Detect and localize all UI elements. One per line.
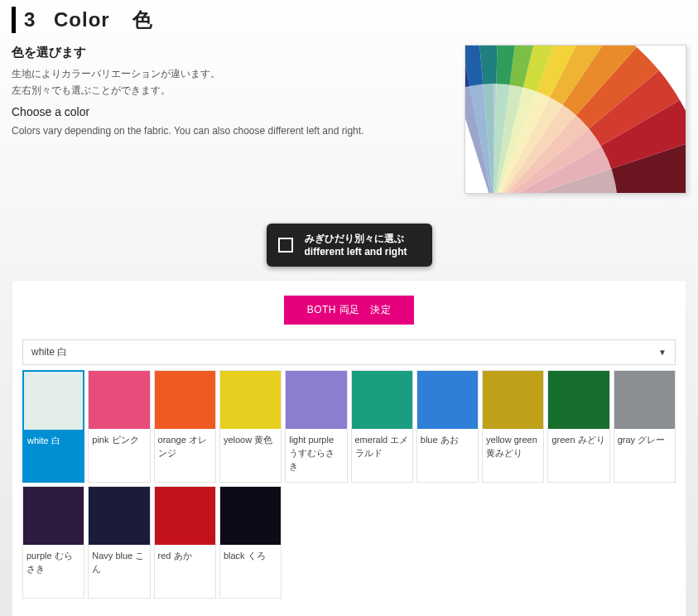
color-swatch[interactable]: emerald エメラルド xyxy=(351,370,413,483)
section-title-en: Color xyxy=(54,8,110,31)
swatch-label: purple むらさき xyxy=(23,545,84,580)
color-swatch[interactable]: white 白 xyxy=(22,370,84,483)
swatch-chip xyxy=(23,487,84,545)
color-swatch[interactable]: yeloow 黄色 xyxy=(219,370,282,483)
section-title: 3 Color 色 xyxy=(12,7,153,33)
color-swatch[interactable]: red あか xyxy=(154,486,216,599)
color-swatch[interactable]: blue あお xyxy=(416,370,479,483)
swatch-label: orange オレンジ xyxy=(155,429,215,464)
info-line2-jp: 左右別々でも選ぶことができます。 xyxy=(12,82,465,99)
swatch-label: light purple うすむらさき xyxy=(286,429,346,477)
swatch-label: red あか xyxy=(155,545,215,566)
color-swatch[interactable]: green みどり xyxy=(547,370,609,483)
swatch-label: yeloow 黄色 xyxy=(220,429,281,450)
swatch-chip xyxy=(220,487,281,545)
swatch-label: white 白 xyxy=(24,430,83,451)
color-swatch[interactable]: yellow green 黄みどり xyxy=(482,370,544,483)
swatch-chip xyxy=(155,487,215,545)
toggle-label-en: different left and right xyxy=(305,245,407,258)
swatch-label: black くろ xyxy=(220,545,281,566)
swatch-label: pink ピンク xyxy=(89,429,149,450)
swatch-label: blue あお xyxy=(417,429,478,450)
info-line1-jp: 生地によりカラーバリエーションが違います。 xyxy=(12,65,465,82)
swatch-chip xyxy=(89,487,149,545)
swatch-chip xyxy=(89,371,149,429)
swatch-grid: white 白pink ピンクorange オレンジyeloow 黄色light… xyxy=(22,370,676,599)
swatch-label: gray グレー xyxy=(614,429,675,450)
section-number: 3 xyxy=(24,8,36,31)
color-swatch[interactable]: purple むらさき xyxy=(22,486,84,599)
color-panel: BOTH 両足 決定 white 白 ▼ white 白pink ピンクoran… xyxy=(12,280,686,616)
swatch-label: Navy blue こん xyxy=(89,545,149,580)
swatch-chip xyxy=(155,371,215,429)
color-swatch[interactable]: light purple うすむらさき xyxy=(285,370,347,483)
swatch-chip xyxy=(614,371,675,429)
checkbox-icon xyxy=(278,238,293,253)
swatch-chip xyxy=(352,371,412,429)
swatch-chip xyxy=(220,371,281,429)
swatch-chip xyxy=(483,371,543,429)
swatch-chip xyxy=(548,371,609,429)
color-swatch[interactable]: orange オレンジ xyxy=(154,370,216,483)
different-left-right-toggle[interactable]: みぎひだり別々に選ぶ different left and right xyxy=(267,224,432,267)
color-swatch[interactable]: gray グレー xyxy=(614,370,676,483)
swatch-chip xyxy=(286,371,346,429)
heading-jp: 色を選びます xyxy=(12,45,465,60)
toggle-label-jp: みぎひだり別々に選ぶ xyxy=(305,232,407,245)
dropdown-selected: white 白 xyxy=(31,345,67,359)
swatch-label: green みどり xyxy=(548,429,609,450)
info-line-en: Colors vary depending on the fabric. You… xyxy=(12,123,465,139)
info-text: 色を選びます 生地によりカラーバリエーションが違います。 左右別々でも選ぶことが… xyxy=(12,45,465,194)
swatch-chip xyxy=(417,371,478,429)
color-dropdown[interactable]: white 白 ▼ xyxy=(22,339,676,365)
color-fan-image xyxy=(465,45,686,194)
heading-en: Choose a color xyxy=(12,103,465,123)
section-title-jp: 色 xyxy=(132,8,153,31)
swatch-chip xyxy=(24,372,83,430)
color-swatch[interactable]: Navy blue こん xyxy=(88,486,150,599)
chevron-down-icon: ▼ xyxy=(658,348,667,357)
confirm-button[interactable]: BOTH 両足 決定 xyxy=(284,296,415,325)
swatch-label: emerald エメラルド xyxy=(352,429,412,464)
color-swatch[interactable]: black くろ xyxy=(219,486,282,599)
swatch-label: yellow green 黄みどり xyxy=(483,429,543,464)
color-swatch[interactable]: pink ピンク xyxy=(88,370,150,483)
